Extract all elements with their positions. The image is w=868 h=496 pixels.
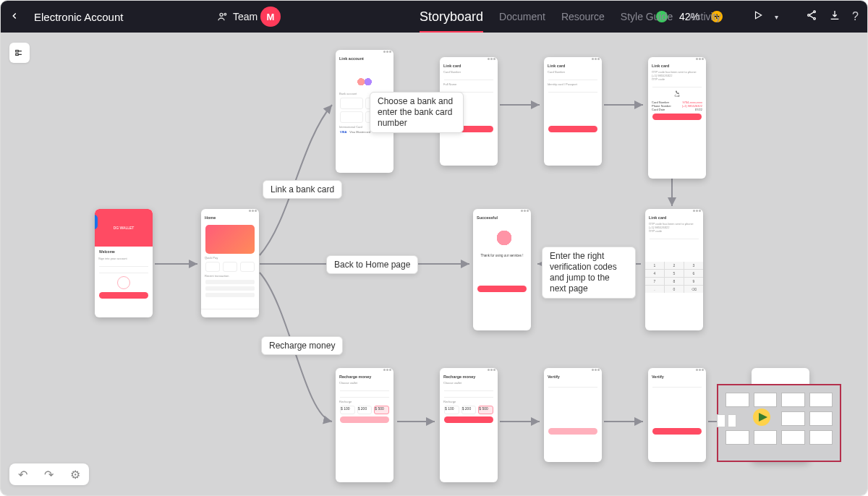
storyboard-canvas[interactable]: 🏠 ▾Login 1 DG WALLET Welcome Sign into y… <box>1 33 867 495</box>
link-card1-f1: Card Number <box>440 70 498 74</box>
share-icon[interactable] <box>806 9 817 24</box>
recharge2-amount-chips: $ 100$ 200$ 500 <box>444 406 493 414</box>
success1-home-button: Home <box>477 286 527 292</box>
link-card2-continue: Continue <box>548 126 597 132</box>
redo-button[interactable]: ↷ <box>44 468 54 482</box>
mc-chip: Visa Mastercard <box>349 130 370 134</box>
link-account-header: Link account <box>336 54 393 63</box>
visa-chip: VISA <box>340 130 346 134</box>
svg-marker-2 <box>756 12 762 18</box>
fingerprint-icon <box>117 276 130 289</box>
nav-resource[interactable]: Resource <box>561 3 605 30</box>
screen-link-card-4[interactable]: ▾Link car… Link card OTP code has been s… <box>645 209 703 330</box>
home-quick-actions <box>205 262 255 272</box>
screen-home[interactable]: ⚑Home Home Quick Pay Recent transaction <box>201 209 259 317</box>
home-navbar <box>201 309 259 317</box>
success1-msg: Thank for using our services ! <box>473 254 531 257</box>
recharge1-header: Recharge money <box>336 372 393 381</box>
overview-grid <box>726 393 833 453</box>
overview-thumbnail[interactable] <box>717 384 841 462</box>
login-password-input <box>99 269 148 273</box>
home-quick-label: Quick Pay <box>201 256 259 260</box>
screen-vertify-2[interactable]: Vertify 2 Vertify <box>648 368 706 462</box>
vertify2-next <box>652 428 702 435</box>
screen-success-1[interactable]: ▾Succes… Successful Thank for using our … <box>473 209 531 330</box>
screen-login[interactable]: 🏠 ▾Login 1 DG WALLET Welcome Sign into y… <box>95 209 153 317</box>
link-card2-f2: Identity card / Passport <box>544 82 602 86</box>
link-card3-sub: OTP code has been sent to phone: (+1) 98… <box>648 70 706 77</box>
link-account-illustration <box>340 65 389 90</box>
svg-point-5 <box>814 17 816 20</box>
login-welcome: Welcome <box>95 247 153 257</box>
help-icon[interactable]: ? <box>852 10 859 23</box>
link-card1-f2: Full Name <box>440 82 498 86</box>
team-icon <box>217 11 229 22</box>
success-illustration-icon <box>491 229 513 251</box>
home-header: Home <box>201 213 259 222</box>
vertify2-header: Vertify <box>648 372 706 381</box>
screen-recharge-1[interactable]: ✓Recharg… Recharge money Choose wallet R… <box>336 368 393 482</box>
svg-point-4 <box>808 14 810 17</box>
canvas-tools: ↶ ↷ ⚙ <box>9 463 89 485</box>
app-logo-icon[interactable]: M <box>260 7 281 27</box>
back-icon[interactable] <box>9 11 21 23</box>
link-card3-header: Link card <box>648 61 706 70</box>
hint-choose-bank[interactable]: Choose a bank and enter the bank card nu… <box>370 92 464 133</box>
login-brand: DG WALLET <box>114 226 135 230</box>
numeric-keypad: 123456789.0⌫ <box>645 262 703 293</box>
nav-storyboard[interactable]: Storyboard <box>420 1 483 33</box>
screen-recharge-2[interactable]: ✓Recharg… Recharge money Choose wallet R… <box>440 368 498 482</box>
login-subtitle: Sign into your account <box>95 257 153 260</box>
play-button-icon[interactable] <box>753 10 763 23</box>
svg-point-0 <box>220 13 223 16</box>
download-icon[interactable] <box>829 9 841 24</box>
play-dropdown-icon[interactable]: ▾ <box>775 13 778 21</box>
link-card3-continue <box>652 114 702 120</box>
recharge2-continue <box>444 416 493 423</box>
nav-document[interactable]: Document <box>499 3 545 30</box>
link-card3-otp: OTP code <box>648 77 706 81</box>
link-card3-call: Call <box>675 94 680 98</box>
screen-link-card-3[interactable]: ▾Link car… Link card OTP code has been s… <box>648 57 706 179</box>
nav-activity[interactable]: Activity <box>689 3 720 30</box>
link-card4-sub: OTP code has been sent to phone: (+1) 98… <box>645 222 703 229</box>
team-label: Team <box>233 11 258 22</box>
play-overlay-icon <box>750 406 773 429</box>
nav-styleguide[interactable]: Style Guide <box>621 3 673 30</box>
hint-verify[interactable]: Enter the right verification codes and j… <box>542 247 636 299</box>
flow-label-link-bank[interactable]: Link a bank card <box>263 180 342 199</box>
svg-point-1 <box>224 13 226 15</box>
login-phone-input <box>99 262 148 267</box>
link-card2-f1: Card Number <box>544 70 602 74</box>
home-recent-label: Recent transaction <box>201 274 259 278</box>
team-button[interactable]: Team <box>217 11 258 22</box>
link-card1-header: Link card <box>440 61 498 70</box>
link-card2-header: Link card <box>544 61 602 70</box>
home-balance-card <box>205 225 255 254</box>
login-button: Login <box>99 292 148 299</box>
screen-link-card-2[interactable]: ▾Link car… Link card Card Number Identit… <box>544 57 602 166</box>
vertify1-next <box>548 428 597 435</box>
undo-button[interactable]: ↶ <box>18 468 27 482</box>
svg-point-3 <box>814 11 816 13</box>
top-bar: Electronic Account Team M Storyboard Doc… <box>1 1 867 33</box>
vertify1-header: Vertify <box>544 372 602 381</box>
settings-button[interactable]: ⚙ <box>70 468 80 482</box>
link-card4-header: Link card <box>645 213 703 222</box>
flow-label-recharge[interactable]: Recharge money <box>261 336 343 355</box>
success1-header: Successful <box>473 213 531 222</box>
flow-label-back-home[interactable]: Back to Home page <box>326 255 418 274</box>
project-title[interactable]: Electronic Account <box>34 11 123 23</box>
screen-vertify-1[interactable]: Vertify 1 Vertify <box>544 368 602 462</box>
recharge1-amount-chips: $ 100$ 200$ 500 <box>340 406 389 414</box>
start-flag-icon[interactable]: 🏠 <box>95 215 98 229</box>
recharge2-header: Recharge money <box>440 372 498 381</box>
recharge1-continue <box>340 416 389 423</box>
